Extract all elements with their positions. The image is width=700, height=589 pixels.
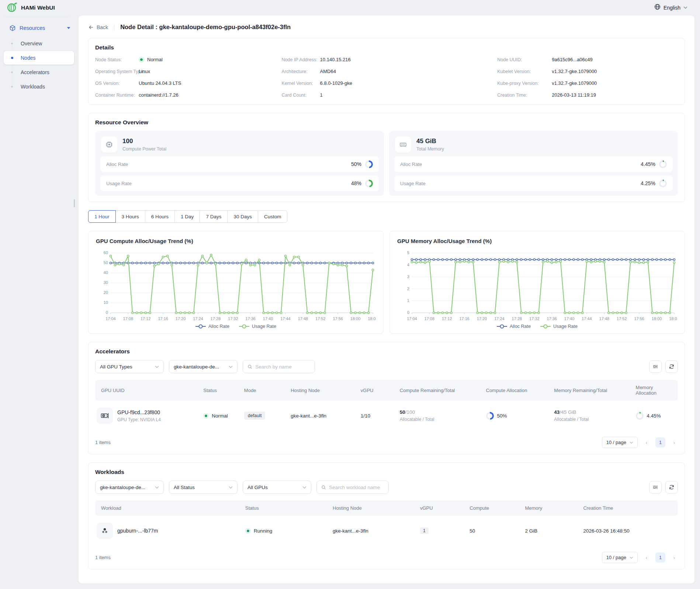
gpu-entity: GPU-f9cd...23f800 GPU Type: NVIDIA L4: [97, 408, 194, 424]
svg-text:17:04: 17:04: [407, 316, 417, 321]
page-title: Node Detail : gke-kantaloupe-demo-gpu-po…: [120, 24, 291, 31]
field-label: Node IP Address:: [282, 57, 320, 62]
workloads-filters: gke-kantaloupe-de... All Status All GPUs: [95, 481, 678, 494]
field-os-type: Operating System Type:Linux: [95, 68, 282, 75]
col-hosting-node: Hosting Node: [328, 500, 416, 516]
svg-text:17:44: 17:44: [280, 316, 290, 321]
sidebar-item-workloads[interactable]: Workloads: [4, 80, 74, 93]
col-memory-allocation: Memory Allocation: [631, 380, 678, 401]
cube-icon: [9, 25, 16, 31]
svg-text:17:04: 17:04: [105, 316, 115, 321]
svg-text:17:12: 17:12: [141, 316, 150, 321]
alloc-rate-donut: [365, 160, 373, 168]
column-settings-button[interactable]: [649, 481, 662, 493]
col-workload: Workload: [95, 500, 241, 516]
chevron-down-icon: [302, 486, 306, 489]
sidebar: Resources Overview Nodes Accelerators Wo…: [0, 17, 79, 94]
time-range-tabs: 1 Hour 3 Hours 6 Hours 1 Day 7 Days 30 D…: [88, 210, 287, 223]
back-button[interactable]: Back: [88, 24, 108, 30]
col-memory-remaining: Memory Remaining/Total: [550, 380, 631, 401]
prev-page-button[interactable]: ‹: [643, 439, 650, 446]
arrow-left-icon: [88, 24, 94, 30]
tab-1-hour[interactable]: 1 Hour: [88, 210, 116, 223]
field-value: 1: [320, 92, 498, 98]
workloads-title: Workloads: [95, 469, 678, 475]
table-row[interactable]: GPU-f9cd...23f800 GPU Type: NVIDIA L4 No…: [95, 401, 678, 431]
legend-usage-rate[interactable]: Usage Rate: [540, 324, 578, 329]
workload-node-select[interactable]: gke-kantaloupe-de...: [95, 481, 164, 494]
refresh-button[interactable]: [665, 481, 678, 493]
sidebar-item-accelerators[interactable]: Accelerators: [4, 65, 74, 79]
legend-usage-rate[interactable]: Usage Rate: [239, 324, 276, 329]
workload-node-select-value: gke-kantaloupe-de...: [100, 485, 145, 490]
column-settings-button[interactable]: [649, 360, 662, 373]
accelerator-search-input[interactable]: [255, 364, 310, 370]
compute-allocation: 50%: [486, 412, 545, 420]
sidebar-item-overview[interactable]: Overview: [4, 37, 74, 50]
svg-text:17:28: 17:28: [211, 316, 221, 321]
sidebar-divider: [4, 17, 70, 17]
legend-alloc-rate[interactable]: Alloc Rate: [497, 324, 531, 329]
refresh-icon: [669, 364, 675, 370]
rate-label: Usage Rate: [400, 181, 426, 186]
tab-3-hours[interactable]: 3 Hours: [115, 210, 145, 223]
workload-search-input[interactable]: [329, 485, 384, 490]
tab-6-hours[interactable]: 6 Hours: [145, 210, 175, 223]
field-value: 6.8.0-1029-gke: [320, 80, 498, 86]
svg-text:18:04: 18:04: [669, 316, 677, 321]
sidebar-item-label: Nodes: [21, 55, 35, 61]
resource-overview-card: Resource Overview 100 Compute Power Tota…: [88, 113, 685, 202]
svg-text:3: 3: [407, 274, 409, 279]
compute-allocation-value: 50%: [497, 413, 507, 419]
field-label: Kernel Version:: [282, 81, 320, 86]
field-kubeproxy-version: Kube-proxy Version:v1.32.7-gke.1079000: [497, 80, 678, 87]
items-count: 1 items: [95, 555, 111, 560]
workload-name-link[interactable]: gpuburn-...-lb77m: [117, 528, 158, 534]
page-number[interactable]: 1: [655, 437, 665, 447]
col-hosting-node: Hosting Node: [286, 380, 356, 401]
gpu-uuid-link[interactable]: GPU-f9cd...23f800: [117, 409, 161, 415]
refresh-button[interactable]: [665, 360, 678, 373]
page-size-select[interactable]: 10 / page: [602, 437, 638, 448]
svg-text:17:52: 17:52: [315, 316, 325, 321]
chevron-down-icon: [683, 6, 687, 9]
memory-total-value: 45 GiB: [416, 138, 444, 145]
next-page-button[interactable]: ›: [670, 439, 678, 446]
caret-down-icon: [67, 27, 70, 29]
usage-rate-donut: [659, 180, 667, 187]
col-compute-allocation: Compute Allocation: [482, 380, 550, 401]
panel-resize-handle[interactable]: [74, 199, 75, 207]
field-card-count: Card Count:1: [282, 91, 498, 98]
tab-7-days[interactable]: 7 Days: [200, 210, 228, 223]
rate-label: Alloc Rate: [106, 162, 128, 167]
workload-gpu-select[interactable]: All GPUs: [243, 481, 311, 494]
page-size-select[interactable]: 10 / page: [602, 552, 638, 563]
tab-custom[interactable]: Custom: [258, 210, 288, 223]
svg-text:17:12: 17:12: [442, 316, 452, 321]
page-number[interactable]: 1: [655, 552, 665, 562]
svg-text:17:16: 17:16: [459, 316, 469, 321]
sidebar-group-resources[interactable]: Resources: [0, 21, 79, 35]
table-row[interactable]: gpuburn-...-lb77m Running gke-kant...e-3…: [95, 516, 678, 546]
accelerators-toolbar: [649, 360, 678, 373]
hosting-node: gke-kant...e-3fln: [333, 528, 368, 534]
prev-page-button[interactable]: ‹: [643, 554, 650, 561]
legend-alloc-rate[interactable]: Alloc Rate: [195, 324, 229, 329]
workload-status-select[interactable]: All Status: [169, 481, 238, 494]
gpu-type-select[interactable]: All GPU Types: [95, 360, 164, 373]
chevron-down-icon: [229, 365, 233, 368]
chevron-down-icon: [155, 486, 159, 489]
svg-text:17:16: 17:16: [158, 316, 168, 321]
workloads-toolbar: [649, 481, 678, 493]
status-normal-icon: [203, 413, 209, 419]
node-select[interactable]: gke-kantaloupe-de...: [169, 360, 238, 373]
svg-text:17:08: 17:08: [424, 316, 434, 321]
workload-pods-icon: [97, 523, 113, 539]
sidebar-item-nodes[interactable]: Nodes: [4, 51, 74, 65]
globe-icon: [654, 4, 661, 11]
language-selector[interactable]: English: [654, 4, 687, 11]
next-page-button[interactable]: ›: [670, 554, 678, 561]
tab-30-days[interactable]: 30 Days: [227, 210, 258, 223]
memory-remaining-total: 43/45 GiB: [554, 409, 627, 415]
tab-1-day[interactable]: 1 Day: [174, 210, 200, 223]
